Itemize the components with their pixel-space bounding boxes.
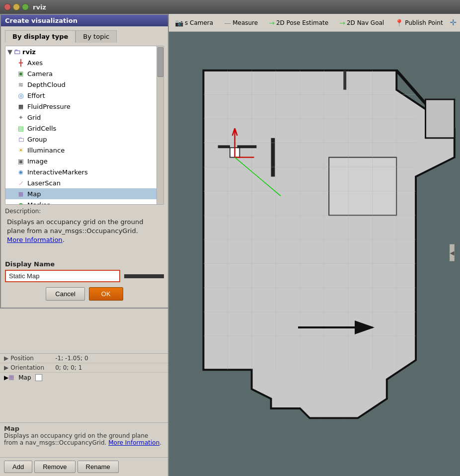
toolbar-camera[interactable]: 📷 s Camera	[172, 18, 216, 28]
tree-item-axes[interactable]: ╋ Axes	[5, 57, 163, 68]
description-suffix: .	[63, 236, 65, 243]
bottom-buttons: Add Remove Rename	[0, 457, 168, 476]
toolbar: 📷 s Camera — Measure → 2D Pose Estimate …	[169, 14, 460, 32]
visualization-tree[interactable]: ▼ 🗀 rviz ╋ Axes ▣ Camera	[5, 46, 164, 205]
display-name-bar	[124, 274, 164, 278]
tree-item-label: LaserScan	[27, 179, 61, 187]
cancel-button[interactable]: Cancel	[46, 287, 84, 301]
tree-item-marker[interactable]: ● Marker	[5, 199, 163, 205]
tree-item-camera[interactable]: ▣ Camera	[5, 68, 163, 79]
tree-item-laserscan[interactable]: ⟋ LaserScan	[5, 177, 163, 188]
axes-icon: ╋	[16, 58, 25, 67]
display-name-label: Display Name	[5, 260, 164, 268]
orientation-row: ▶ Orientation 0; 0; 0; 1	[0, 363, 168, 373]
tree-item-depthcloud[interactable]: ≋ DepthCloud	[5, 79, 163, 90]
map-checkbox[interactable]	[35, 374, 42, 381]
orientation-expand-icon[interactable]: ▶	[4, 364, 8, 371]
toolbar-pose-estimate[interactable]: → 2D Pose Estimate	[266, 18, 331, 28]
toolbar-nav-label: 2D Nav Goal	[347, 19, 384, 26]
tree-item-image[interactable]: ▣ Image	[5, 156, 163, 166]
minimize-button[interactable]	[13, 3, 20, 10]
dialog-body: By display type By topic ▼ 🗀 rviz	[1, 26, 168, 308]
camera-toolbar-icon: 📷	[175, 19, 183, 27]
remove-button[interactable]: Remove	[34, 461, 75, 473]
svg-rect-31	[343, 71, 346, 90]
close-button[interactable]	[4, 3, 11, 10]
description-link[interactable]: More Information	[7, 236, 63, 243]
svg-rect-33	[426, 99, 455, 138]
scrollbar-thumb[interactable]	[157, 47, 163, 77]
map-row-label: Map	[18, 374, 31, 381]
image-icon: ▣	[16, 157, 25, 165]
position-expand-icon[interactable]: ▶	[4, 355, 8, 362]
tree-scrollbar[interactable]	[156, 46, 163, 204]
display-name-input[interactable]	[5, 270, 120, 282]
svg-rect-61	[218, 145, 230, 148]
display-name-row	[5, 270, 164, 282]
map-row-icon: ▦	[8, 374, 16, 382]
tree-item-illuminance[interactable]: ☀ Illuminance	[5, 145, 163, 156]
position-value: -1; -1.05; 0	[55, 355, 88, 362]
ok-button[interactable]: OK	[89, 287, 123, 301]
laserscan-icon: ⟋	[16, 178, 25, 187]
tree-item-label: Grid	[27, 114, 41, 121]
description-label: Description:	[5, 208, 164, 215]
tree-item-effort[interactable]: ◎ Effort	[5, 90, 163, 101]
right-panel: 📷 s Camera — Measure → 2D Pose Estimate …	[169, 14, 460, 476]
camera-icon: ▣	[16, 69, 25, 78]
position-row: ▶ Position -1; -1.05; 0	[0, 354, 168, 363]
map-expand-icon[interactable]: ▶	[4, 374, 8, 381]
tab-by-display-type[interactable]: By display type	[5, 30, 76, 43]
left-panel: Create visualization By display type By …	[0, 14, 169, 476]
description-section: Description: Displays an occupancy grid …	[5, 208, 164, 255]
tree-item-label: InteractiveMarkers	[27, 168, 88, 176]
description-text: Displays an occupancy grid on the ground…	[7, 218, 143, 235]
publish-point-icon: 📍	[395, 19, 403, 27]
toolbar-measure[interactable]: — Measure	[221, 18, 261, 28]
window-title: rviz	[33, 3, 46, 11]
add-button[interactable]: Add	[4, 461, 32, 473]
interactive-icon: ◉	[16, 167, 25, 176]
tree-item-label: FluidPressure	[27, 103, 71, 110]
tree-item-interactivemarkers[interactable]: ◉ InteractiveMarkers	[5, 166, 163, 177]
depthcloud-icon: ≋	[16, 80, 25, 89]
grid-icon: ✦	[16, 113, 25, 122]
toolbar-add-button[interactable]: ✛	[448, 17, 459, 28]
maximize-button[interactable]	[22, 3, 29, 10]
tree-root-rviz[interactable]: ▼ 🗀 rviz	[5, 46, 163, 57]
tree-item-label: Camera	[27, 70, 53, 78]
tree-item-group[interactable]: 🗀 Group	[5, 134, 163, 145]
tree-item-fluidpressure[interactable]: ▦ FluidPressure	[5, 101, 163, 112]
tree-item-gridcells[interactable]: ▤ GridCells	[5, 123, 163, 134]
nav-goal-icon: →	[339, 19, 345, 27]
tree-item-map[interactable]: ▦ Map	[5, 188, 163, 199]
map-visualization: ◀	[169, 32, 460, 476]
status-link[interactable]: More Information	[108, 439, 159, 446]
window-controls[interactable]	[4, 3, 29, 10]
tree-item-label: Effort	[27, 92, 45, 99]
position-label: Position	[10, 355, 55, 362]
tree-folder-icon: 🗀	[13, 48, 20, 56]
toolbar-nav-goal[interactable]: → 2D Nav Goal	[336, 18, 387, 28]
create-visualization-dialog: Create visualization By display type By …	[0, 14, 169, 309]
tree-root-label: rviz	[22, 48, 36, 56]
properties-panel: ▶ Position -1; -1.05; 0 ▶ Orientation 0;…	[0, 353, 168, 422]
titlebar: rviz	[0, 0, 460, 14]
display-name-section: Display Name	[5, 260, 164, 282]
tree-item-label: Image	[27, 158, 48, 165]
effort-icon: ◎	[16, 91, 25, 100]
empty-properties-area	[0, 383, 168, 422]
rename-button[interactable]: Rename	[77, 461, 119, 473]
marker-icon: ●	[16, 200, 25, 205]
map-row[interactable]: ▶ ▦ Map	[0, 373, 168, 383]
toolbar-publish-label: Publish Point	[405, 19, 443, 26]
toolbar-publish-point[interactable]: 📍 Publish Point	[392, 18, 446, 28]
tree-item-grid[interactable]: ✦ Grid	[5, 112, 163, 123]
dialog-buttons: Cancel OK	[5, 287, 164, 304]
tab-by-topic[interactable]: By topic	[76, 30, 117, 43]
svg-rect-30	[271, 138, 275, 177]
viewport[interactable]: ◀	[169, 32, 460, 476]
illuminance-icon: ☀	[16, 146, 25, 155]
tree-item-label: Map	[27, 190, 41, 198]
toolbar-pose-label: 2D Pose Estimate	[276, 19, 328, 26]
